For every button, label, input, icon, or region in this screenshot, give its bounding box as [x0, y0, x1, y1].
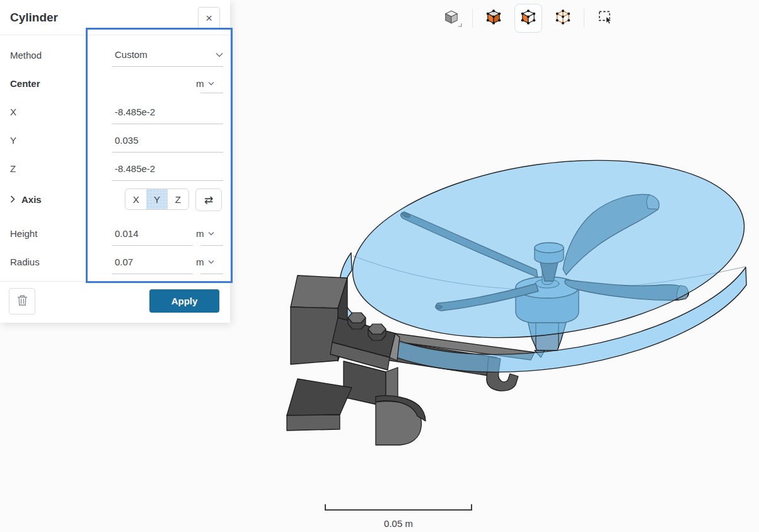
y-underline	[112, 152, 223, 153]
radius-unit-underline	[200, 274, 223, 274]
chevron-down-icon	[208, 260, 214, 264]
edge-select-button[interactable]	[549, 4, 577, 33]
height-unit-underline	[200, 245, 223, 246]
axis-expand-chevron-icon[interactable]	[10, 195, 15, 203]
z-input[interactable]: -8.485e-2	[115, 163, 155, 174]
radius-unit-select[interactable]: m	[196, 257, 224, 267]
chevron-down-icon	[208, 81, 214, 86]
y-label: Y	[10, 135, 16, 146]
swap-arrows-icon: ⇄	[204, 194, 213, 207]
axis-label: Axis	[21, 194, 42, 205]
panel-footer: Apply	[0, 281, 230, 323]
axis-flip-button[interactable]: ⇄	[195, 188, 222, 211]
scale-bar	[325, 504, 472, 511]
method-value: Custom	[115, 49, 148, 60]
box-select-button[interactable]	[591, 4, 619, 33]
axis-option-z[interactable]: Z	[168, 189, 188, 209]
selection-mode-toolbar	[437, 4, 619, 33]
panel-header: Cylinder ×	[0, 0, 230, 35]
chevron-down-icon	[208, 231, 214, 236]
trash-icon	[17, 294, 28, 308]
scale-bar-label: 0.05 m	[325, 518, 472, 529]
mount-foot	[376, 396, 426, 445]
close-icon: ×	[206, 12, 212, 24]
method-select[interactable]: Custom	[115, 49, 223, 60]
x-input[interactable]: -8.485e-2	[115, 107, 155, 117]
method-underline	[112, 66, 223, 67]
method-label: Method	[10, 50, 42, 61]
solid-cube-icon	[443, 9, 460, 28]
hex-bolt-2	[368, 324, 386, 340]
x-label: X	[10, 107, 16, 117]
axis-option-x[interactable]: X	[125, 189, 146, 209]
mount-base-plate	[287, 379, 352, 415]
axis-segmented-control: X Y Z	[125, 188, 189, 210]
center-unit-underline	[200, 93, 223, 93]
volume-select-button[interactable]	[480, 4, 507, 33]
z-underline	[112, 180, 223, 181]
radius-underline	[112, 274, 193, 274]
mount-tall-block	[291, 275, 347, 308]
x-underline	[112, 124, 223, 124]
chevron-down-icon	[216, 52, 223, 57]
center-unit-select[interactable]: m	[196, 78, 224, 89]
box-select-icon	[597, 9, 613, 28]
center-unit-value: m	[196, 78, 204, 89]
delete-button[interactable]	[9, 288, 35, 315]
hex-bolt-1	[348, 313, 366, 329]
height-unit-select[interactable]: m	[196, 228, 224, 239]
edge-select-icon	[555, 9, 571, 28]
y-input[interactable]: 0.035	[115, 135, 139, 146]
solid-cube-view-button[interactable]	[437, 4, 465, 33]
toolbar-separator	[584, 9, 584, 28]
flyout-corner-icon	[458, 18, 462, 30]
toolbar-separator	[472, 9, 473, 28]
center-label: Center	[10, 78, 40, 89]
radius-input[interactable]: 0.07	[115, 257, 133, 267]
face-select-button[interactable]	[514, 4, 542, 33]
height-underline	[112, 245, 193, 246]
z-label: Z	[10, 163, 16, 174]
height-label: Height	[10, 228, 37, 239]
cylinder-properties-panel: Cylinder × Method Custom Center m X -8.4…	[0, 0, 230, 323]
close-button[interactable]: ×	[198, 7, 220, 29]
radius-unit-value: m	[196, 257, 204, 267]
height-unit-value: m	[196, 228, 204, 239]
height-input[interactable]: 0.014	[115, 228, 139, 239]
face-select-icon	[520, 9, 536, 28]
apply-button[interactable]: Apply	[149, 289, 219, 313]
axis-option-y[interactable]: Y	[146, 189, 167, 209]
panel-title: Cylinder	[10, 11, 58, 25]
radius-label: Radius	[10, 257, 40, 267]
volume-select-icon	[485, 9, 502, 28]
